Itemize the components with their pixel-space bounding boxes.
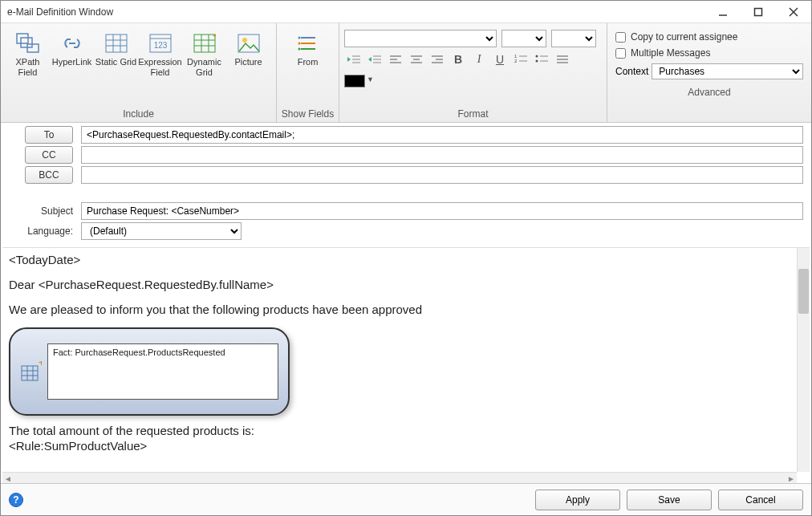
cc-button[interactable]: CC [25, 146, 73, 164]
help-icon[interactable]: ? [9, 493, 23, 507]
italic-button[interactable]: I [469, 51, 489, 68]
window-title: e-Mail Definition Window [7, 6, 705, 18]
ribbon: XPath Field HyperLink Static Grid 123 Ex… [1, 23, 811, 123]
vertical-scrollbar[interactable] [797, 248, 810, 472]
svg-point-49 [536, 60, 538, 63]
svg-point-28 [298, 48, 300, 51]
align-center-button[interactable] [407, 51, 426, 68]
body-line: <Rule:SumProductValue> [9, 439, 790, 453]
subject-label: Subject [15, 205, 73, 217]
to-input[interactable] [81, 126, 803, 144]
header-fields: To CC BCC Subject Language: (Default) [1, 123, 811, 247]
expression-field-button[interactable]: 123 Expression Field [138, 28, 182, 81]
svg-text:+: + [213, 34, 216, 40]
ribbon-group-format: B I U 12 ▼ Format [339, 23, 607, 122]
bullet-list-button[interactable] [532, 51, 551, 68]
svg-point-26 [298, 37, 300, 39]
titlebar: e-Mail Definition Window [1, 1, 811, 23]
picture-button[interactable]: Picture [226, 28, 270, 81]
dynamic-grid-block[interactable]: + Fact: PurchaseRequest.ProductsRequeste… [9, 327, 290, 416]
svg-text:2: 2 [514, 59, 518, 63]
multiple-messages-checkbox[interactable]: Multiple Messages [615, 47, 803, 59]
horizontal-scrollbar[interactable]: ◄► [2, 472, 797, 483]
advanced-group-label: Advanced [607, 84, 811, 100]
editor-area: <TodayDate> Dear <PurchaseRequest.Reques… [2, 247, 810, 483]
apply-button[interactable]: Apply [535, 490, 620, 510]
outdent-button[interactable] [344, 51, 363, 68]
cancel-button[interactable]: Cancel [718, 490, 803, 510]
body-line: We are pleased to inform you that the fo… [9, 303, 790, 316]
font-size-select[interactable] [501, 30, 546, 47]
align-right-button[interactable] [428, 51, 447, 68]
scroll-thumb[interactable] [798, 269, 809, 314]
indent-button[interactable] [365, 51, 384, 68]
xpath-field-icon [16, 30, 40, 57]
expression-field-icon: 123 [149, 30, 172, 57]
format-block-select[interactable] [551, 30, 596, 47]
align-left-button[interactable] [386, 51, 405, 68]
language-label: Language: [15, 225, 73, 237]
close-button[interactable] [776, 1, 811, 22]
context-label: Context [615, 66, 648, 77]
minimize-button[interactable] [705, 1, 741, 22]
context-select[interactable]: Purchases [652, 63, 803, 79]
svg-rect-5 [21, 38, 32, 47]
color-swatch [344, 75, 365, 87]
svg-rect-7 [106, 35, 127, 52]
underline-button[interactable]: U [490, 51, 510, 68]
showfields-group-label: Show Fields [277, 106, 339, 122]
numbered-list-button[interactable]: 12 [511, 51, 530, 68]
bcc-input[interactable] [81, 166, 803, 184]
from-button[interactable]: From [286, 28, 330, 81]
to-button[interactable]: To [25, 126, 73, 144]
bottom-bar: ? Apply Save Cancel [1, 483, 811, 515]
language-select[interactable]: (Default) [81, 222, 242, 240]
bcc-button[interactable]: BCC [25, 166, 73, 184]
body-line: <TodayDate> [9, 253, 790, 266]
svg-text:+: + [39, 361, 42, 368]
svg-rect-55 [22, 366, 38, 380]
bold-button[interactable]: B [449, 51, 468, 68]
svg-text:123: 123 [153, 41, 167, 50]
fact-box[interactable]: Fact: PurchaseRequest.ProductsRequested [47, 343, 278, 400]
font-color-button[interactable]: ▼ [344, 71, 602, 87]
cc-input[interactable] [81, 146, 803, 164]
hyperlink-icon [61, 30, 83, 57]
font-family-select[interactable] [344, 30, 497, 47]
static-grid-icon [105, 30, 128, 57]
svg-rect-1 [755, 8, 762, 15]
svg-point-48 [536, 55, 538, 58]
xpath-field-button[interactable]: XPath Field [6, 28, 50, 81]
svg-point-27 [298, 43, 300, 45]
hyperlink-button[interactable]: HyperLink [50, 28, 94, 81]
picture-icon [238, 30, 260, 57]
include-group-label: Include [1, 106, 276, 122]
email-body-editor[interactable]: <TodayDate> Dear <PurchaseRequest.Reques… [2, 248, 797, 472]
svg-point-22 [242, 38, 247, 43]
ribbon-group-include: XPath Field HyperLink Static Grid 123 Ex… [1, 23, 277, 122]
static-grid-button[interactable]: Static Grid [94, 28, 138, 81]
justify-button[interactable] [553, 51, 572, 68]
from-icon [298, 30, 319, 57]
format-group-label: Format [339, 106, 607, 122]
dynamic-grid-block-icon: + [20, 361, 43, 382]
body-line: Dear <PurchaseRequest.RequestedBy.fullNa… [9, 278, 790, 291]
svg-rect-21 [238, 35, 259, 52]
fact-label: Fact: PurchaseRequest.ProductsRequested [53, 347, 225, 357]
svg-rect-6 [27, 44, 39, 52]
ribbon-group-showfields: From Show Fields [277, 23, 339, 122]
ribbon-group-advanced: Copy to current assignee Multiple Messag… [607, 23, 811, 122]
copy-to-assignee-checkbox[interactable]: Copy to current assignee [615, 31, 803, 43]
dynamic-grid-button[interactable]: + Dynamic Grid [182, 28, 226, 81]
save-button[interactable]: Save [627, 490, 712, 510]
maximize-button[interactable] [741, 1, 776, 22]
svg-rect-4 [17, 34, 28, 43]
subject-input[interactable] [81, 202, 803, 220]
body-line: The total amount of the requested produc… [9, 424, 790, 437]
dynamic-grid-icon: + [193, 30, 216, 57]
